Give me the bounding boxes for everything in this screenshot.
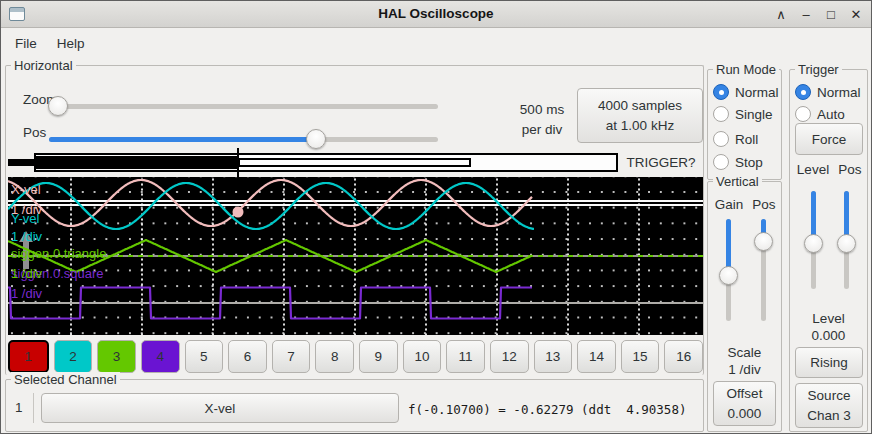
run-mode-roll-label: Roll: [735, 132, 758, 147]
minimize-icon[interactable]: –: [799, 7, 813, 22]
trigger-auto-option[interactable]: Auto: [795, 105, 845, 123]
trigger-position-tick: [237, 148, 239, 177]
radio-icon[interactable]: [713, 154, 729, 170]
scope-label-yvel-name: Y-vel: [11, 211, 39, 226]
radio-icon[interactable]: [713, 131, 729, 147]
run-mode-normal-label: Normal: [735, 85, 779, 100]
channel-button-15[interactable]: 15: [621, 340, 660, 373]
menu-help[interactable]: Help: [47, 31, 95, 56]
run-mode-group-label: Run Mode: [713, 62, 779, 77]
selected-channel-group-label: Selected Channel: [11, 372, 120, 387]
trigger-source-value: Chan 3: [807, 406, 851, 426]
channel-button-6[interactable]: 6: [228, 340, 267, 373]
channel-button-row: 1 2 3 4 5 6 7 8 9 10 11 12 13 14 15 16: [8, 340, 703, 373]
channel-button-8[interactable]: 8: [315, 340, 354, 373]
vertical-offset-button[interactable]: Offset 0.000: [713, 381, 776, 426]
run-mode-stop-label: Stop: [735, 155, 763, 170]
channel-button-12[interactable]: 12: [490, 340, 529, 373]
trigger-source-button[interactable]: Source Chan 3: [795, 383, 863, 428]
waveform-canvas[interactable]: [8, 177, 703, 335]
maximize-icon[interactable]: □: [824, 7, 838, 22]
shade-icon[interactable]: ∧: [774, 7, 788, 22]
channel-button-16[interactable]: 16: [664, 340, 703, 373]
menu-bar: File Help: [1, 28, 871, 58]
run-mode-stop-option[interactable]: Stop: [713, 153, 763, 171]
run-mode-normal-option[interactable]: Normal: [713, 83, 779, 101]
channel-button-3[interactable]: 3: [97, 340, 136, 373]
channel-button-14[interactable]: 14: [577, 340, 616, 373]
channel-button-11[interactable]: 11: [446, 340, 485, 373]
title-bar: HAL Oscilloscope ∧ – □ ✕: [1, 1, 871, 28]
scope-display[interactable]: X-vel 1 /div Y-vel 1 /div siggen.0.trian…: [8, 177, 703, 335]
pos-slider-handle[interactable]: [306, 129, 326, 149]
trigger-level-readout-value: 0.000: [789, 328, 868, 343]
scope-label-square-scale: 1 /div: [11, 286, 42, 301]
scope-label-xvel-name: X-vel: [11, 182, 41, 197]
vertical-pos-slider-handle[interactable]: [754, 232, 773, 251]
channel-button-2[interactable]: 2: [54, 340, 93, 373]
channel-source-button[interactable]: X-vel: [41, 393, 399, 423]
sampling-button[interactable]: 4000 samples at 1.00 kHz: [577, 88, 703, 143]
trigger-force-button[interactable]: Force: [795, 123, 863, 155]
vertical-offset-value: 0.000: [728, 404, 762, 424]
vertical-scale-label: Scale: [707, 345, 782, 360]
run-mode-single-label: Single: [735, 107, 773, 122]
time-per-div-units: per div: [513, 120, 571, 140]
record-bar-window: [238, 158, 471, 167]
pos-slider-fill: [49, 137, 316, 142]
selected-channel-number: 1: [15, 400, 23, 415]
trigger-level-slider-label: Level: [793, 162, 833, 177]
trigger-pos-slider-handle[interactable]: [837, 234, 856, 253]
channel-button-1[interactable]: 1: [8, 340, 49, 373]
vertical-offset-label: Offset: [727, 384, 763, 404]
time-per-div-value: 500 ms: [513, 100, 571, 120]
scope-label-yvel-scale: 1 /div: [11, 229, 42, 244]
channel-button-10[interactable]: 10: [403, 340, 442, 373]
radio-icon[interactable]: [713, 106, 729, 122]
channel-button-9[interactable]: 9: [359, 340, 398, 373]
channel-button-13[interactable]: 13: [534, 340, 573, 373]
vertical-group-label: Vertical: [713, 174, 762, 189]
trigger-pos-slider-label: Pos: [835, 162, 865, 177]
vertical-pos-slider-label: Pos: [747, 197, 781, 212]
vertical-gain-slider-handle[interactable]: [719, 266, 738, 285]
vertical-gain-slider-label: Gain: [709, 197, 749, 212]
radio-icon[interactable]: [795, 106, 811, 122]
zoom-slider-track[interactable]: [49, 104, 438, 109]
pos-slider-track[interactable]: [49, 137, 438, 142]
scope-label-triangle-scale: 1 /div: [11, 266, 42, 281]
channel-value-readout: f(-0.10700) = -0.62279 (ddt 4.90358): [408, 402, 686, 417]
menu-file[interactable]: File: [5, 31, 47, 56]
close-icon[interactable]: ✕: [849, 7, 863, 22]
record-bar-start: [8, 159, 34, 166]
samples-rate: at 1.00 kHz: [606, 116, 674, 136]
trigger-source-label: Source: [808, 386, 851, 406]
trigger-edge-button[interactable]: Rising: [795, 347, 863, 378]
trigger-auto-label: Auto: [817, 107, 845, 122]
scope-label-triangle-name: siggen.0.triangle: [11, 246, 106, 261]
trigger-group-label: Trigger: [795, 62, 842, 77]
run-mode-roll-option[interactable]: Roll: [713, 130, 758, 148]
trigger-status-label: TRIGGER?: [618, 155, 704, 170]
trigger-normal-label: Normal: [817, 85, 861, 100]
window-controls: ∧ – □ ✕: [774, 1, 863, 28]
radio-selected-icon[interactable]: [795, 84, 811, 100]
zoom-slider-handle[interactable]: [48, 96, 68, 116]
run-mode-single-option[interactable]: Single: [713, 105, 773, 123]
time-per-div-readout: 500 ms per div: [513, 100, 571, 140]
window-title: HAL Oscilloscope: [1, 6, 871, 21]
channel-button-7[interactable]: 7: [272, 340, 311, 373]
trigger-normal-option[interactable]: Normal: [795, 83, 861, 101]
radio-selected-icon[interactable]: [713, 84, 729, 100]
record-bar-filled: [36, 156, 238, 169]
samples-count: 4000 samples: [598, 96, 682, 116]
trigger-level-slider-handle[interactable]: [804, 234, 823, 253]
channel-button-4[interactable]: 4: [141, 340, 180, 373]
horizontal-group-label: Horizontal: [11, 58, 76, 73]
selected-channel-separator: [33, 393, 34, 423]
pos-slider-label: Pos: [23, 125, 46, 140]
vertical-scale-value: 1 /div: [707, 362, 782, 377]
trigger-level-readout-label: Level: [789, 311, 868, 326]
channel-button-5[interactable]: 5: [185, 340, 224, 373]
